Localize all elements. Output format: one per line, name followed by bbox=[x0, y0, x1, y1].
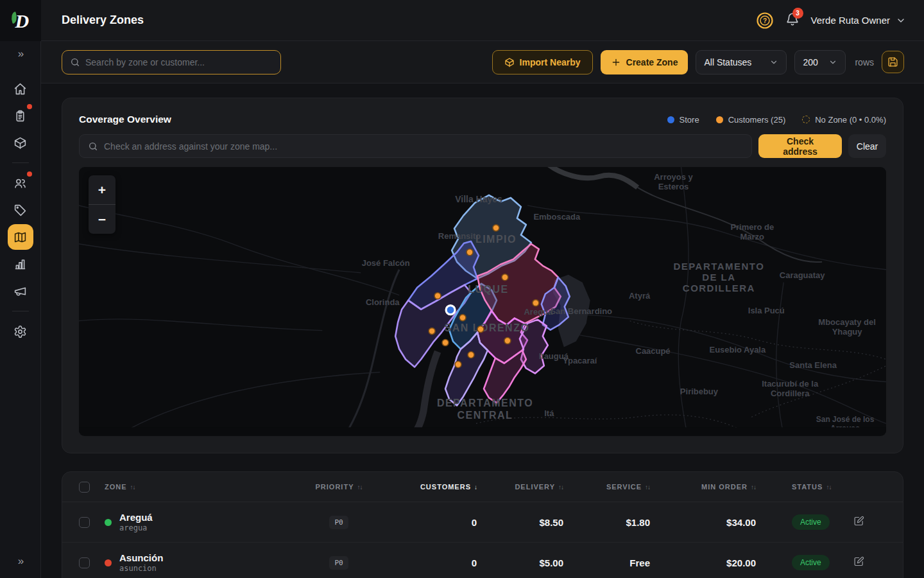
zoom-out-button[interactable]: − bbox=[89, 205, 116, 234]
address-check-input[interactable] bbox=[104, 141, 743, 152]
home-icon bbox=[13, 82, 27, 96]
sort-icon: ↑↓ bbox=[558, 484, 563, 491]
edit-zone-button[interactable] bbox=[853, 516, 864, 529]
sidebar-expand-button-bottom[interactable]: » bbox=[0, 548, 41, 574]
column-header-priority[interactable]: PRIORITY↑↓ bbox=[297, 483, 381, 491]
sort-icon: ↑↓ bbox=[751, 484, 756, 491]
customer-marker[interactable] bbox=[434, 293, 441, 299]
column-header-customers[interactable]: CUSTOMERS↓ bbox=[381, 483, 477, 491]
map-label: Clorinda bbox=[366, 297, 400, 307]
zone-map[interactable]: + − bbox=[79, 167, 886, 436]
import-nearby-button[interactable]: Import Nearby bbox=[492, 50, 593, 74]
customer-marker[interactable] bbox=[429, 328, 435, 335]
rows-label: rows bbox=[855, 57, 874, 67]
package-icon bbox=[504, 57, 515, 67]
delivery-value: $5.00 bbox=[477, 557, 563, 568]
help-button[interactable]: ? bbox=[756, 12, 774, 30]
status-filter-select[interactable]: All Statuses bbox=[696, 50, 787, 74]
map-canvas[interactable]: Villa HayesRemansitoEmboscadaArroyos yEs… bbox=[79, 167, 886, 435]
gear-icon bbox=[13, 325, 27, 338]
customer-marker[interactable] bbox=[493, 225, 499, 231]
map-label: Arroyos yEsteros bbox=[654, 172, 693, 191]
notification-badge: 3 bbox=[792, 8, 803, 19]
customer-marker[interactable] bbox=[455, 362, 461, 368]
user-name: Verde Ruta Owner bbox=[811, 15, 890, 26]
sidebar-item-tags[interactable] bbox=[8, 197, 33, 223]
main-area: Delivery Zones ? 3 Verde Ruta Owner bbox=[41, 0, 924, 578]
plus-icon bbox=[611, 57, 621, 67]
clear-button[interactable]: Clear bbox=[848, 134, 886, 158]
coverage-title: Coverage Overview bbox=[79, 114, 171, 125]
customer-marker[interactable] bbox=[468, 352, 474, 358]
sidebar-item-customers[interactable] bbox=[8, 170, 33, 196]
zone-search-input[interactable] bbox=[85, 57, 273, 67]
map-label: Remansito bbox=[438, 231, 481, 241]
save-icon bbox=[887, 57, 898, 67]
map-label: Caacupé bbox=[636, 346, 671, 356]
rows-per-page-select[interactable]: 200 bbox=[794, 50, 846, 74]
app-logo[interactable]: D bbox=[0, 0, 41, 41]
map-label: Emboscada bbox=[533, 212, 581, 222]
save-view-button[interactable] bbox=[882, 51, 904, 73]
customer-marker[interactable] bbox=[477, 326, 484, 333]
search-icon bbox=[88, 141, 98, 152]
column-header-delivery[interactable]: DELIVERY↑↓ bbox=[477, 483, 563, 491]
sidebar-item-settings[interactable] bbox=[8, 319, 33, 344]
service-value: $1.80 bbox=[563, 517, 650, 528]
sidebar-item-analytics[interactable] bbox=[8, 251, 33, 277]
row-checkbox[interactable] bbox=[79, 557, 90, 568]
bar-chart-icon bbox=[13, 258, 27, 271]
customer-marker[interactable] bbox=[504, 338, 511, 344]
column-header-min-order[interactable]: MIN ORDER↑↓ bbox=[650, 483, 756, 491]
check-address-button[interactable]: Check address bbox=[758, 134, 842, 158]
zone-name: Asunción bbox=[119, 552, 163, 565]
megaphone-icon bbox=[13, 285, 27, 298]
user-menu[interactable]: Verde Ruta Owner bbox=[811, 15, 906, 26]
sidebar-item-home[interactable] bbox=[8, 76, 33, 101]
logo-letter: D bbox=[15, 10, 30, 32]
sidebar-item-delivery-zones[interactable] bbox=[8, 224, 33, 250]
sidebar-expand-button[interactable]: » bbox=[0, 41, 41, 67]
map-label: Itá bbox=[544, 408, 554, 418]
customer-marker[interactable] bbox=[533, 300, 539, 306]
select-all-checkbox[interactable] bbox=[79, 482, 90, 493]
notifications-button[interactable]: 3 bbox=[785, 12, 800, 29]
zone-polygon-south-lavender[interactable] bbox=[445, 333, 488, 406]
tag-icon bbox=[13, 204, 27, 217]
map-label: Santa Elena bbox=[789, 360, 837, 370]
map-bottom-strip bbox=[79, 427, 886, 435]
map-label: Aregua bbox=[524, 307, 553, 317]
zone-search bbox=[62, 50, 281, 74]
zoom-in-button[interactable]: + bbox=[89, 175, 116, 204]
edit-zone-button[interactable] bbox=[853, 556, 864, 570]
sidebar-item-products[interactable] bbox=[8, 130, 33, 155]
create-zone-button[interactable]: Create Zone bbox=[601, 50, 689, 74]
store-marker[interactable] bbox=[446, 306, 455, 315]
column-header-service[interactable]: SERVICE↑↓ bbox=[563, 483, 650, 491]
row-checkbox[interactable] bbox=[79, 517, 90, 528]
edit-icon bbox=[853, 516, 864, 527]
clipboard-icon bbox=[13, 109, 27, 123]
customers-dot-icon bbox=[716, 116, 723, 123]
column-header-zone[interactable]: ZONE↑↓ bbox=[105, 483, 297, 491]
sidebar-item-orders[interactable] bbox=[8, 103, 33, 128]
min-order-value: $34.00 bbox=[650, 517, 756, 528]
table-row[interactable]: Asunción asuncion P0 0 $5.00 Free $20.00… bbox=[62, 543, 903, 578]
min-order-value: $20.00 bbox=[650, 557, 756, 568]
sidebar-item-marketing[interactable] bbox=[8, 278, 33, 304]
map-label: Atyrá bbox=[629, 291, 651, 301]
chevron-down-icon bbox=[769, 58, 778, 67]
table-row[interactable]: Areguá aregua P0 0 $8.50 $1.80 $34.00 Ac… bbox=[62, 502, 903, 543]
customer-marker[interactable] bbox=[502, 274, 508, 281]
address-check-box bbox=[79, 134, 752, 158]
map-label: Caraguatay bbox=[780, 270, 825, 280]
customer-marker[interactable] bbox=[459, 315, 466, 321]
sidebar-nav bbox=[0, 76, 40, 548]
customer-marker[interactable] bbox=[466, 249, 473, 256]
map-label: LIMPIO bbox=[475, 234, 517, 245]
map-label: Mbocayaty delYhaguy bbox=[818, 317, 875, 337]
table-header-row: ZONE↑↓ PRIORITY↑↓ CUSTOMERS↓ DELIVERY↑↓ … bbox=[62, 472, 903, 502]
customer-marker[interactable] bbox=[442, 340, 449, 346]
column-header-status[interactable]: STATUS↑↓ bbox=[756, 483, 830, 491]
delivery-value: $8.50 bbox=[477, 517, 563, 528]
